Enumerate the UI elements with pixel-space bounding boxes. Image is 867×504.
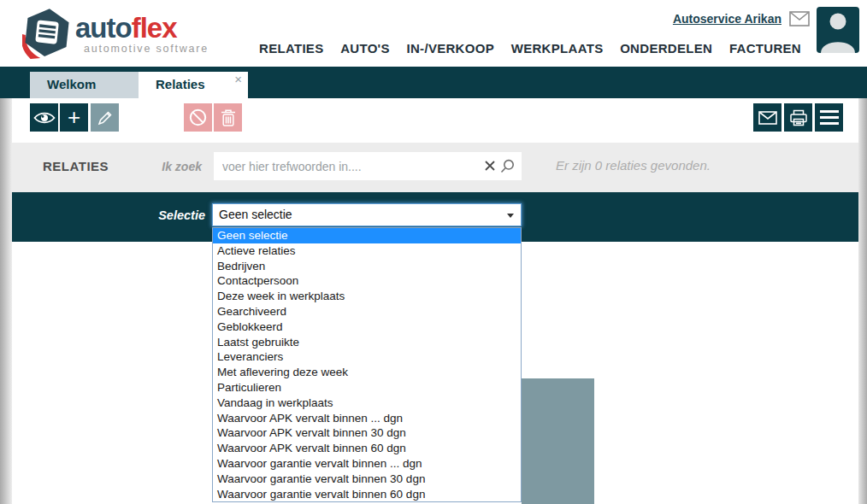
user-name-link[interactable]: Autoservice Arikan [673, 12, 781, 26]
toolbar: + [12, 98, 858, 143]
dropdown-option[interactable]: Vandaag in werkplaats [213, 396, 521, 411]
selection-select[interactable]: Geen selectie [212, 203, 522, 226]
chevron-down-icon [507, 214, 514, 218]
dropdown-option[interactable]: Geblokkeerd [213, 319, 521, 335]
email-button[interactable] [753, 103, 781, 132]
dropdown-option[interactable]: Waarvoor APK vervalt binnen ... dgn [213, 411, 521, 426]
search-bar: RELATIES Ik zoek Er zijn 0 relaties gevo… [12, 143, 858, 192]
dropdown-option[interactable]: Geen selectie [213, 228, 521, 243]
dropdown-option[interactable]: Contactpersoon [213, 273, 521, 289]
dropdown-option[interactable]: Gearchiveerd [213, 304, 521, 319]
trash-icon [220, 108, 237, 127]
user-box: Autoservice Arikan [673, 11, 810, 26]
delete-button[interactable] [214, 103, 242, 132]
dropdown-option[interactable]: Deze week in werkplaats [213, 289, 521, 304]
dropdown-option[interactable]: Waarvoor garantie vervalt binnen ... dgn [213, 456, 521, 472]
selection-selected-value: Geen selectie [219, 208, 292, 221]
nav-item-onderdelen[interactable]: ONDERDELEN [620, 41, 712, 56]
search-icon[interactable] [500, 159, 515, 173]
dropdown-option[interactable]: Waarvoor APK vervalt binnen 30 dgn [213, 425, 521, 441]
tab-label: Relaties [156, 77, 205, 91]
printer-icon [789, 109, 808, 126]
app-header: autoflex automotive software RELATIESAUT… [0, 0, 867, 67]
dropdown-option[interactable]: Waarvoor garantie vervalt binnen 30 dgn [213, 472, 521, 487]
block-icon [188, 108, 208, 127]
app-window: autoflex automotive software RELATIESAUT… [0, 0, 867, 504]
search-input[interactable] [214, 152, 470, 180]
selection-label: Selectie [123, 208, 205, 222]
tab-relaties[interactable]: Relaties× [139, 72, 248, 98]
page-edge-right [858, 98, 867, 504]
envelope-icon [758, 111, 777, 125]
tab-welkom[interactable]: Welkom [30, 72, 139, 98]
tab-strip: WelkomRelaties× [30, 72, 248, 98]
dropdown-option[interactable]: Leveranciers [213, 349, 521, 365]
tab-bar: WelkomRelaties× [0, 67, 867, 98]
autoflex-logo[interactable]: autoflex automotive software [22, 5, 193, 62]
plus-icon: + [68, 106, 80, 128]
dropdown-option[interactable]: Waarvoor garantie vervalt binnen 60 dgn [213, 487, 521, 502]
eye-icon [33, 110, 56, 126]
print-button[interactable] [784, 103, 812, 132]
nav-item-relaties[interactable]: RELATIES [259, 41, 323, 56]
mail-icon[interactable] [789, 11, 810, 26]
dropdown-option[interactable]: Met aflevering deze week [213, 365, 521, 380]
brand-wordmark: autoflex [75, 12, 177, 44]
results-status: Er zijn 0 relaties gevonden. [556, 158, 711, 173]
close-tab-icon[interactable]: × [234, 73, 242, 85]
nav-item-in-verkoop[interactable]: IN-/VERKOOP [407, 41, 494, 56]
selection-dropdown-list: Geen selectieActieve relatiesBedrijvenCo… [212, 227, 522, 502]
person-silhouette-icon [817, 7, 859, 53]
main-nav: RELATIESAUTO'SIN-/VERKOOPWERKPLAATSONDER… [259, 41, 801, 56]
view-button[interactable] [30, 103, 58, 132]
page-title: RELATIES [43, 159, 109, 173]
dropdown-option[interactable]: Actieve relaties [213, 243, 521, 259]
nav-item-facturen[interactable]: FACTUREN [729, 41, 801, 56]
search-label: Ik zoek [132, 160, 202, 173]
menu-button[interactable] [815, 103, 843, 132]
dropdown-option[interactable]: Particulieren [213, 380, 521, 396]
search-field [214, 152, 522, 180]
edit-button[interactable] [91, 103, 119, 132]
brand-tagline: automotive software [84, 43, 209, 55]
nav-item-auto-s[interactable]: AUTO'S [340, 41, 390, 56]
clear-search-icon[interactable] [485, 161, 495, 171]
dropdown-option[interactable]: Laatst gebruikte [213, 335, 521, 350]
pencil-icon [97, 109, 114, 126]
dropdown-option[interactable]: Waarvoor APK vervalt binnen 60 dgn [213, 441, 521, 456]
hamburger-menu-icon [820, 110, 839, 125]
content-placeholder-box [522, 378, 594, 504]
block-button[interactable] [184, 103, 212, 132]
dropdown-option[interactable]: Bedrijven [213, 259, 521, 274]
avatar[interactable] [817, 7, 859, 53]
nav-item-werkplaats[interactable]: WERKPLAATS [511, 41, 604, 56]
tab-label: Welkom [47, 77, 96, 91]
autoflex-logo-icon [22, 7, 72, 60]
add-button[interactable]: + [60, 103, 88, 132]
page-edge-left [0, 98, 12, 504]
